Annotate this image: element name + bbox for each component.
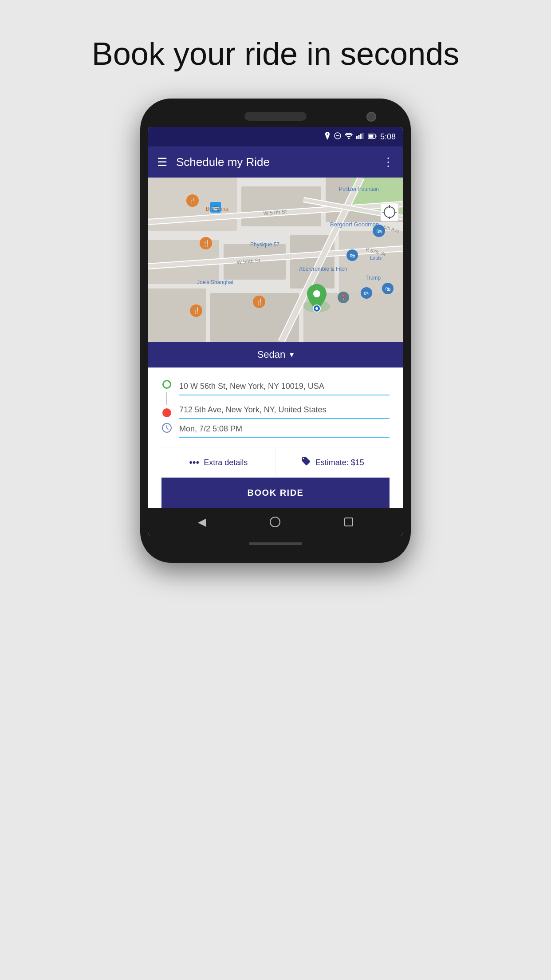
pickup-input[interactable] — [179, 378, 390, 395]
app-title: Schedule my Ride — [176, 155, 382, 169]
svg-text:🛍: 🛍 — [350, 253, 355, 259]
vehicle-chevron-icon: ▾ — [290, 350, 294, 360]
wifi-icon — [345, 133, 353, 141]
datetime-input[interactable] — [179, 421, 390, 438]
clock-icon — [161, 423, 172, 436]
estimate-button[interactable]: Estimate: $15 — [276, 447, 390, 478]
datetime-row — [161, 421, 390, 447]
recents-button[interactable] — [344, 518, 353, 526]
svg-text:🍴: 🍴 — [193, 307, 201, 315]
phone-top — [148, 112, 403, 121]
page-headline: Book your ride in seconds — [92, 36, 459, 72]
svg-rect-7 — [368, 135, 373, 138]
location-inputs — [179, 378, 390, 419]
status-bar: 5:08 — [148, 127, 403, 146]
connector-line — [166, 392, 167, 405]
phone-screen: 5:08 ☰ Schedule my Ride ⋮ — [148, 127, 403, 536]
phone-nav: ◀ — [148, 508, 403, 536]
phone-bottom — [148, 542, 403, 545]
tag-icon — [301, 456, 311, 469]
svg-text:Louis: Louis — [370, 255, 382, 261]
location-icon — [324, 132, 331, 142]
svg-point-70 — [315, 307, 318, 310]
estimate-label: Estimate: $15 — [315, 458, 364, 467]
svg-text:Physique 57: Physique 57 — [250, 241, 279, 248]
details-row: ••• Extra details Estimate: $15 — [161, 447, 390, 478]
status-time: 5:08 — [380, 132, 396, 142]
vehicle-label: Sedan — [257, 349, 286, 360]
app-bar: ☰ Schedule my Ride ⋮ — [148, 146, 403, 178]
signal-icon — [356, 133, 364, 141]
book-ride-button[interactable]: BOOK RIDE — [161, 478, 390, 508]
svg-rect-5 — [362, 133, 363, 139]
hamburger-icon[interactable]: ☰ — [157, 155, 167, 169]
svg-rect-2 — [356, 136, 358, 139]
vehicle-selector[interactable]: Sedan ▾ — [148, 342, 403, 368]
svg-text:🍴: 🍴 — [256, 298, 264, 306]
map-area: W 57th St W 56th St 5th Ave E 57th St Be… — [148, 178, 403, 342]
more-options-icon[interactable]: ⋮ — [382, 155, 394, 169]
phone-camera — [366, 112, 376, 122]
svg-text:🛍: 🛍 — [364, 290, 369, 296]
svg-text:Trump: Trump — [366, 275, 381, 281]
svg-text:Pulitzer Fountain: Pulitzer Fountain — [339, 186, 379, 192]
extra-details-button[interactable]: ••• Extra details — [161, 448, 276, 477]
svg-text:🍴: 🍴 — [202, 240, 210, 247]
dropoff-dot — [162, 408, 171, 417]
back-button[interactable]: ◀ — [198, 516, 206, 528]
svg-text:🛍: 🛍 — [385, 286, 390, 292]
dropoff-input[interactable] — [179, 402, 390, 419]
svg-text:🛍: 🛍 — [376, 228, 382, 234]
svg-rect-3 — [358, 135, 359, 139]
svg-text:🚌: 🚌 — [211, 203, 220, 211]
svg-rect-16 — [339, 231, 403, 293]
status-icons: 5:08 — [324, 132, 396, 142]
phone-speaker — [244, 112, 307, 121]
svg-text:Abercrombie & Fitch: Abercrombie & Fitch — [299, 266, 347, 272]
minus-circle-icon — [334, 132, 341, 141]
svg-point-68 — [313, 290, 320, 297]
phone-shell: 5:08 ☰ Schedule my Ride ⋮ — [140, 99, 411, 563]
form-area: ••• Extra details Estimate: $15 BOOK RID… — [148, 368, 403, 508]
location-connector — [161, 378, 172, 419]
svg-text:Bergdorf Goodman: Bergdorf Goodman — [330, 221, 379, 228]
svg-rect-4 — [360, 134, 362, 139]
svg-text:Joe's Shanghai: Joe's Shanghai — [197, 279, 233, 285]
extra-details-label: Extra details — [204, 458, 248, 467]
dots-icon: ••• — [189, 457, 199, 468]
home-bar — [249, 542, 302, 545]
battery-icon — [368, 133, 377, 141]
svg-text:🍴: 🍴 — [189, 197, 197, 205]
home-button[interactable] — [270, 517, 280, 527]
pickup-dot — [162, 380, 171, 389]
svg-rect-11 — [241, 186, 321, 226]
svg-text:📍: 📍 — [340, 294, 347, 301]
svg-rect-8 — [375, 135, 376, 137]
